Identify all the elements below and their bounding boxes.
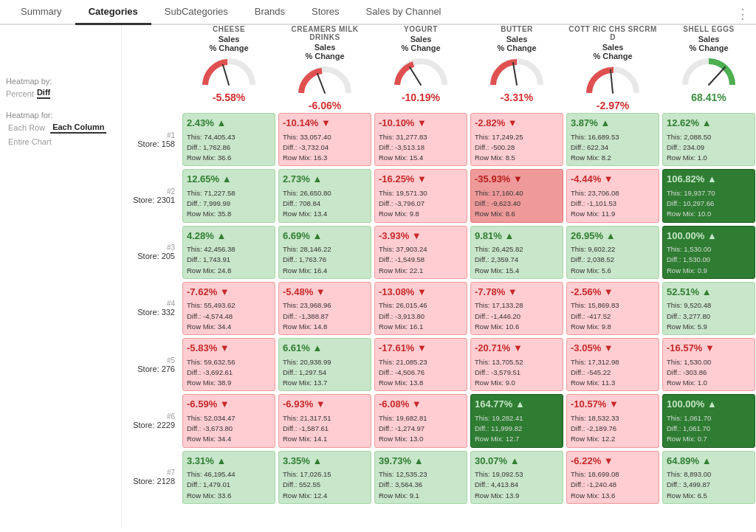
cell-r5-c4: -10.57% ▼ This: 18,532.33 Diff.: -2,189.… [565, 393, 661, 449]
heatmap-by-diff[interactable]: Diff [37, 88, 50, 99]
heatmap-for-each-row[interactable]: Each Row [6, 122, 47, 133]
col-header-cheese: CHEESE Sales% Change -5.58% [181, 25, 277, 111]
cell-r4-c3: -20.71% ▼ This: 13,705.52 Diff.: -3,579.… [469, 336, 565, 393]
tab-summary[interactable]: Summary [7, 0, 75, 25]
cell-r3-c0: -7.62% ▼ This: 55,493.62 Diff.: -4,574.4… [181, 280, 277, 336]
cell-r1-c3: -35.93% ▼ This: 17,160.40 Diff.: -9,623.… [469, 167, 565, 224]
cell-r5-c5: 100.00% ▲ This: 1,061.70 Diff.: 1,061.70… [661, 393, 756, 449]
cell-r2-c5: 100.00% ▲ This: 1,530.00 Diff.: 1,530.00… [661, 224, 756, 280]
cell-r6-c1: 3.35% ▲ This: 17,026.15 Diff.: 552.55 Ro… [277, 449, 373, 505]
cell-r0-c0: 2.43% ▲ This: 74,405.43 Diff.: 1,762.86 … [181, 111, 277, 167]
nav-tabs: Summary Categories SubCategories Brands … [0, 0, 756, 25]
tab-subcategories[interactable]: SubCategories [151, 0, 241, 25]
heatmap-for-entire-chart[interactable]: Entire Chart [6, 137, 54, 147]
cell-r2-c1: 6.69% ▲ This: 28,146.22 Diff.: 1,763.76 … [277, 224, 373, 280]
cell-r0-c4: 3.87% ▲ This: 16,689.53 Diff.: 622.34 Ro… [565, 111, 661, 167]
row-header-3: #4Store: 332 [122, 280, 181, 336]
sidebar: Heatmap by: Percent Diff Heatmap for: Ea… [0, 25, 122, 528]
cell-r6-c2: 39.73% ▲ This: 12,535.23 Diff.: 3,564.36… [373, 449, 469, 505]
row-header-0: #1Store: 158 [122, 111, 181, 167]
col-header-yogurt: YOGURT Sales% Change -10.19% [373, 25, 469, 111]
col-header-shell-eggs: SHELL EGGS Sales% Change 68.41% [661, 25, 756, 111]
cell-r0-c1: -10.14% ▼ This: 33,057.40 Diff.: -3,732.… [277, 111, 373, 167]
tab-sales-by-channel[interactable]: Sales by Channel [353, 0, 455, 25]
heatmap-for-each-column[interactable]: Each Column [50, 122, 106, 134]
cell-r6-c3: 30.07% ▲ This: 19,092.53 Diff.: 4,413.84… [469, 449, 565, 505]
col-header-cott: COTT RIC CHS SRCRM D Sales% Change -2.97… [565, 25, 661, 111]
dots-menu[interactable]: ⋮ [736, 6, 750, 22]
col-header-creamers: CREAMERS MILKDRINKS Sales% Change -6.06% [277, 25, 373, 111]
row-header-1: #2Store: 2301 [122, 167, 181, 224]
tab-brands[interactable]: Brands [241, 0, 298, 25]
cell-r3-c4: -2.56% ▼ This: 15,869.83 Diff.: -417.52 … [565, 280, 661, 336]
cell-r0-c3: -2.82% ▼ This: 17,249.25 Diff.: -500.28 … [469, 111, 565, 167]
cell-r0-c2: -10.10% ▼ This: 31,277.83 Diff.: -3,513.… [373, 111, 469, 167]
cell-r4-c4: -3.05% ▼ This: 17,312.98 Diff.: -545.22 … [565, 336, 661, 393]
svg-line-0 [223, 65, 229, 85]
cell-r3-c2: -13.08% ▼ This: 26,015.46 Diff.: -3,913.… [373, 280, 469, 336]
row-header-5: #6Store: 2229 [122, 393, 181, 449]
cell-r1-c2: -16.25% ▼ This: 19,571.30 Diff.: -3,796.… [373, 167, 469, 224]
heatmap-by-percent[interactable]: Percent [6, 89, 34, 98]
svg-line-5 [709, 67, 725, 85]
cell-r4-c1: 6.61% ▲ This: 20,938.99 Diff.: 1,297.54 … [277, 336, 373, 393]
tab-stores[interactable]: Stores [298, 0, 353, 25]
cell-r5-c3: 164.77% ▲ This: 19,282.41 Diff.: 11,999.… [469, 393, 565, 449]
cell-r3-c1: -5.48% ▼ This: 23,968.96 Diff.: -1,388.8… [277, 280, 373, 336]
cell-r3-c5: 52.51% ▲ This: 9,520.48 Diff.: 3,277.80 … [661, 280, 756, 336]
svg-line-4 [611, 70, 613, 93]
cell-r1-c1: 2.73% ▲ This: 26,650.80 Diff.: 708.84 Ro… [277, 167, 373, 224]
svg-line-3 [513, 63, 517, 85]
cell-r0-c5: 12.62% ▲ This: 2,088.50 Diff.: 234.09 Ro… [661, 111, 756, 167]
cell-r4-c0: -5.83% ▼ This: 59,632.56 Diff.: -3,692.6… [181, 336, 277, 393]
cell-r2-c3: 9.81% ▲ This: 26,425.82 Diff.: 2,359.74 … [469, 224, 565, 280]
cell-r5-c1: -6.93% ▼ This: 21,317.51 Diff.: -1,587.6… [277, 393, 373, 449]
col-header-butter: BUTTER Sales% Change -3.31% [469, 25, 565, 111]
svg-line-2 [410, 67, 421, 85]
cell-r6-c4: -6.22% ▼ This: 18,699.08 Diff.: -1,240.4… [565, 449, 661, 505]
cell-r6-c0: 3.31% ▲ This: 46,195.44 Diff.: 1,479.01 … [181, 449, 277, 505]
cell-r1-c0: 12.65% ▲ This: 71,227.58 Diff.: 7,999.99… [181, 167, 277, 224]
cell-r4-c5: -16.57% ▼ This: 1,530.00 Diff.: -303.86 … [661, 336, 756, 393]
cell-r6-c5: 64.89% ▲ This: 8,893.00 Diff.: 3,499.87 … [661, 449, 756, 505]
cell-r5-c2: -6.08% ▼ This: 19,682.81 Diff.: -1,274.9… [373, 393, 469, 449]
svg-line-1 [317, 74, 325, 93]
tab-categories[interactable]: Categories [75, 0, 151, 25]
heatmap-for-label: Heatmap for: [6, 111, 115, 120]
cell-r5-c0: -6.59% ▼ This: 52,034.47 Diff.: -3,673.8… [181, 393, 277, 449]
heatmap-by-label: Heatmap by: [6, 77, 115, 86]
cell-r4-c2: -17.61% ▼ This: 21,085.23 Diff.: -4,506.… [373, 336, 469, 393]
data-content: CHEESE Sales% Change -5.58% [122, 25, 756, 528]
cell-r1-c5: 106.82% ▲ This: 19,937.70 Diff.: 10,297.… [661, 167, 756, 224]
cell-r3-c3: -7.78% ▼ This: 17,133.28 Diff.: -1,446.2… [469, 280, 565, 336]
row-header-2: #3Store: 205 [122, 224, 181, 280]
cell-r2-c4: 26.95% ▲ This: 9,602.22 Diff.: 2,038.52 … [565, 224, 661, 280]
row-header-6: #7Store: 2128 [122, 449, 181, 505]
cell-r1-c4: -4.44% ▼ This: 23,706.08 Diff.: -1,101.5… [565, 167, 661, 224]
cell-r2-c2: -3.93% ▼ This: 37,903.24 Diff.: -1,549.5… [373, 224, 469, 280]
cell-r2-c0: 4.28% ▲ This: 42,456.38 Diff.: 1,743.91 … [181, 224, 277, 280]
row-header-4: #5Store: 276 [122, 336, 181, 393]
